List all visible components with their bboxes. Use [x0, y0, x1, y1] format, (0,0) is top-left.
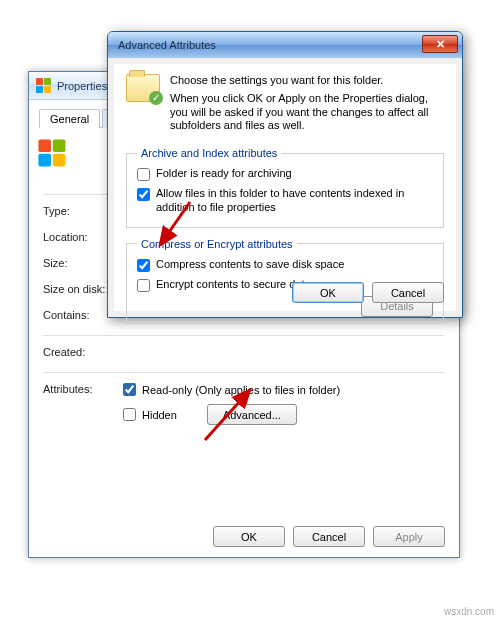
label-created: Created: — [43, 346, 123, 358]
readonly-checkbox[interactable] — [123, 383, 136, 396]
properties-apply-button[interactable]: Apply — [373, 526, 445, 547]
properties-footer: OK Cancel Apply — [213, 526, 445, 547]
archive-ready-checkbox[interactable] — [137, 168, 150, 181]
window-icon — [35, 78, 51, 94]
hidden-label: Hidden — [142, 409, 177, 421]
tab-general[interactable]: General — [39, 109, 100, 128]
archive-ready-label: Folder is ready for archiving — [156, 167, 292, 181]
compress-checkbox[interactable] — [137, 259, 150, 272]
hidden-checkbox[interactable] — [123, 408, 136, 421]
properties-ok-button[interactable]: OK — [213, 526, 285, 547]
advanced-body: Choose the settings you want for this fo… — [114, 64, 456, 311]
annotation-arrow-compress — [155, 200, 195, 250]
properties-cancel-button[interactable]: Cancel — [293, 526, 365, 547]
folder-type-icon — [43, 144, 75, 176]
close-icon: ✕ — [436, 38, 445, 51]
compress-label: Compress contents to save disk space — [156, 258, 344, 272]
compress-encrypt-group: Compress or Encrypt attributes Compress … — [126, 238, 444, 324]
advanced-cancel-button[interactable]: Cancel — [372, 282, 444, 303]
properties-title: Properties — [57, 80, 107, 92]
svg-line-0 — [160, 202, 190, 245]
label-attributes: Attributes: — [43, 383, 123, 395]
advanced-intro-1: Choose the settings you want for this fo… — [170, 74, 444, 88]
advanced-ok-button[interactable]: OK — [292, 282, 364, 303]
advanced-intro-2: When you click OK or Apply on the Proper… — [170, 92, 444, 133]
advanced-attributes-dialog: Advanced Attributes ✕ Choose the setting… — [107, 31, 463, 318]
close-button[interactable]: ✕ — [422, 35, 458, 53]
allow-index-label: Allow files in this folder to have conte… — [156, 187, 433, 215]
encrypt-checkbox[interactable] — [137, 279, 150, 292]
archive-index-legend: Archive and Index attributes — [137, 147, 281, 159]
watermark: wsxdn.com — [444, 606, 494, 617]
annotation-arrow-advanced — [200, 385, 260, 445]
encrypt-label: Encrypt contents to secure data — [156, 278, 311, 292]
svg-line-1 — [205, 390, 250, 440]
advanced-titlebar[interactable]: Advanced Attributes ✕ — [108, 32, 462, 58]
advanced-footer: OK Cancel — [292, 282, 444, 303]
allow-index-checkbox[interactable] — [137, 188, 150, 201]
advanced-title: Advanced Attributes — [118, 39, 216, 51]
folder-settings-icon — [126, 74, 160, 137]
